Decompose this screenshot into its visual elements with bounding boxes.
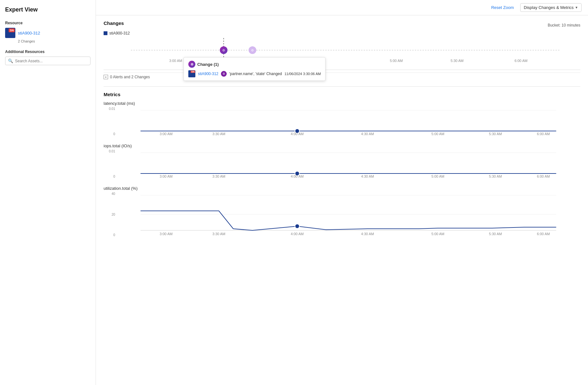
- resource-section-label: Resource: [5, 21, 90, 25]
- util-t5: 5:00 AM: [431, 232, 444, 236]
- resource-item: SN stiA900-312: [5, 28, 90, 38]
- changes-legend: stiA900-312: [104, 31, 580, 35]
- utilization-svg: 3:00 AM 3:30 AM 4:00 AM 4:30 AM 5:00 AM …: [116, 192, 580, 237]
- iops-label: iops.total (IO/s): [104, 143, 580, 148]
- tooltip-change-type-icon: ⚙: [221, 71, 227, 77]
- alerts-expand-icon[interactable]: +: [104, 75, 108, 79]
- lat-t6: 5:30 AM: [489, 132, 502, 136]
- tooltip-timestamp: 11/06/2024 3:30:06 AM: [285, 72, 321, 76]
- latency-y-zero: 0: [113, 132, 115, 136]
- reset-zoom-button[interactable]: Reset Zoom: [489, 4, 516, 11]
- alerts-text: 0 Alerts and 2 Changes: [110, 75, 150, 79]
- changes-section: Changes Bucket: 10 minutes stiA900-312: [104, 20, 580, 81]
- lat-t3: 4:00 AM: [291, 132, 303, 136]
- resource-sn-badge: SN: [9, 28, 15, 32]
- change-marker-1-icon: ⚙: [222, 49, 225, 52]
- metrics-section: Metrics latency.total (ms) 0.01 0: [104, 92, 580, 237]
- topbar: Reset Zoom Display Changes & Metrics ▼: [96, 0, 588, 15]
- iops-y-zero: 0: [113, 175, 115, 178]
- changes-chart: ⚙ ⚙ 3:00 AM 3:30 5:00 AM 5:30 AM: [104, 38, 580, 70]
- latency-y-max: 0.01: [109, 107, 115, 111]
- util-t7: 6:00 AM: [537, 232, 550, 236]
- latency-svg: 3:00 AM 3:30 AM 4:00 AM 4:30 AM 5:00 AM …: [116, 107, 580, 136]
- additional-resources-label: Additional Resources: [5, 50, 90, 54]
- iops-t5: 5:00 AM: [431, 174, 444, 178]
- metrics-section-title: Metrics: [104, 92, 580, 97]
- alerts-bar: + 0 Alerts and 2 Changes: [104, 73, 580, 81]
- search-assets-box[interactable]: 🔍: [5, 57, 90, 65]
- iops-chart-container: iops.total (IO/s) 0.01 0 3:00 AM: [104, 143, 580, 178]
- lat-t7: 6:00 AM: [537, 132, 550, 136]
- util-y-zero: 0: [113, 233, 115, 237]
- tooltip-row: SN stiA900-312 ⚙ 'partner.name', 'state'…: [188, 70, 321, 77]
- lat-t4: 4:30 AM: [361, 132, 374, 136]
- content-area: Changes Bucket: 10 minutes stiA900-312: [96, 15, 588, 385]
- changes-section-title: Changes: [104, 20, 124, 26]
- util-t2: 3:30 AM: [212, 232, 225, 236]
- chevron-down-icon: ▼: [575, 6, 578, 9]
- resource-icon: SN: [5, 28, 15, 38]
- util-y-max: 40: [112, 192, 115, 196]
- utilization-chart-container: utilization.total (%) 40 20 0: [104, 186, 580, 237]
- tooltip-title: ⚙ Change (1): [188, 61, 321, 68]
- search-icon: 🔍: [8, 58, 13, 63]
- iops-t6: 5:30 AM: [489, 174, 502, 178]
- search-assets-input[interactable]: [15, 59, 88, 63]
- tooltip-title-text: Change (1): [197, 62, 219, 67]
- util-t6: 5:30 AM: [489, 232, 502, 236]
- changes-time-label-4: 5:30 AM: [451, 59, 463, 63]
- changes-time-label-1: 3:00 AM: [169, 59, 182, 63]
- util-y-mid: 20: [112, 213, 115, 216]
- iops-svg: 3:00 AM 3:30 AM 4:00 AM 4:30 AM 5:00 AM …: [116, 150, 580, 178]
- iops-y-max: 0.01: [109, 150, 115, 153]
- change-tooltip: ⚙ Change (1) SN stiA900-312 ⚙ 'partner.n…: [184, 57, 325, 81]
- latency-label: latency.total (ms): [104, 101, 580, 106]
- page-title: Expert View: [5, 6, 90, 13]
- tooltip-resource-name: stiA900-312: [198, 72, 218, 76]
- legend-square-icon: [104, 31, 107, 35]
- iops-t4: 4:30 AM: [361, 174, 374, 178]
- main-content: Reset Zoom Display Changes & Metrics ▼ C…: [96, 0, 588, 385]
- display-changes-metrics-dropdown[interactable]: Display Changes & Metrics ▼: [520, 3, 582, 12]
- iops-t3: 4:00 AM: [291, 174, 303, 178]
- iops-t2: 3:30 AM: [212, 174, 225, 178]
- lat-t1: 3:00 AM: [160, 132, 172, 136]
- bucket-label: Bucket: 10 minutes: [548, 23, 580, 27]
- section-divider: [104, 86, 580, 87]
- lat-t2: 3:30 AM: [212, 132, 225, 136]
- util-t3: 4:00 AM: [291, 232, 303, 236]
- tooltip-resource-icon: SN: [188, 70, 195, 77]
- iops-t1: 3:00 AM: [160, 174, 172, 178]
- tooltip-change-icon: ⚙: [188, 61, 195, 68]
- util-t1: 3:00 AM: [160, 232, 172, 236]
- change-marker-2-icon: ⚙: [251, 49, 254, 52]
- util-t4: 4:30 AM: [361, 232, 374, 236]
- util-dot: [295, 224, 300, 228]
- changes-time-label-3: 5:00 AM: [390, 59, 403, 63]
- changes-legend-label: stiA900-312: [109, 31, 130, 35]
- sidebar: Expert View Resource SN stiA900-312 2 Ch…: [0, 0, 96, 385]
- changes-chart-svg: ⚙ ⚙ 3:00 AM 3:30 5:00 AM 5:30 AM: [104, 38, 580, 64]
- lat-t5: 5:00 AM: [431, 132, 444, 136]
- resource-link[interactable]: stiA900-312: [18, 31, 40, 35]
- tooltip-change-text: 'partner.name', 'state' Changed: [229, 72, 282, 76]
- display-dropdown-label: Display Changes & Metrics: [524, 5, 574, 10]
- iops-t7: 6:00 AM: [537, 174, 550, 178]
- changes-time-label-5: 6:00 AM: [514, 59, 527, 63]
- resource-changes-count: 2 Changes: [18, 39, 90, 43]
- latency-chart-container: latency.total (ms) 0.01 0: [104, 101, 580, 136]
- tooltip-sn-badge: SN: [191, 71, 195, 73]
- util-line: [141, 211, 556, 230]
- utilization-label: utilization.total (%): [104, 186, 580, 191]
